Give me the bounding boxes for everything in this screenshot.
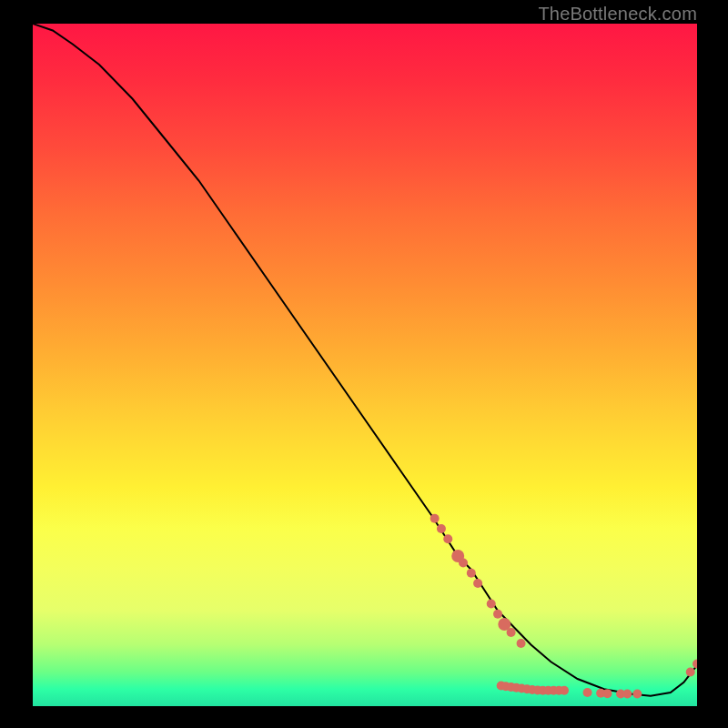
data-point bbox=[430, 514, 440, 523]
data-point bbox=[622, 690, 632, 699]
data-point bbox=[602, 689, 612, 698]
data-point bbox=[473, 579, 482, 588]
data-point bbox=[693, 660, 697, 669]
data-point bbox=[583, 688, 592, 697]
data-point bbox=[467, 569, 476, 578]
chart-svg bbox=[33, 24, 697, 706]
data-point bbox=[507, 628, 516, 637]
plot-area bbox=[33, 24, 697, 706]
data-point bbox=[443, 534, 452, 543]
data-point bbox=[437, 524, 446, 533]
data-point bbox=[517, 639, 526, 648]
data-point bbox=[459, 559, 468, 568]
data-point bbox=[487, 600, 496, 609]
watermark-text: TheBottleneck.com bbox=[538, 4, 697, 25]
data-point bbox=[560, 686, 569, 695]
bottleneck-curve bbox=[33, 24, 697, 696]
chart-container: TheBottleneck.com bbox=[0, 0, 728, 728]
data-point bbox=[632, 690, 642, 699]
data-point bbox=[686, 668, 695, 677]
data-point bbox=[493, 610, 502, 619]
